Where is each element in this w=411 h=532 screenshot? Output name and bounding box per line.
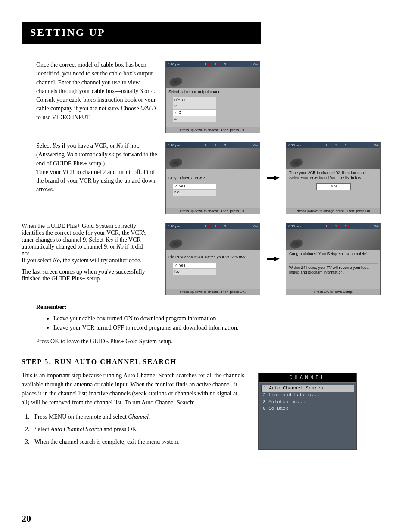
screen2b-footer: Press up/down to change brand. Then, pre… [286, 208, 380, 214]
screen2b-prompt: Tune your VCR to channel 02, then turn i… [289, 171, 378, 180]
tv-screen-congrats: 6:30 pm123G+ Congratulations! Your Setup… [286, 223, 381, 295]
section1-text: Once the correct model of cable box has … [36, 61, 165, 122]
screen3b-line1: Congratulations! Your Setup is now compl… [289, 252, 378, 257]
step5-list: Press MENU on the remote and select Chan… [31, 412, 246, 446]
section3-p3: The last screen comes up when you've suc… [22, 268, 150, 282]
s1-aux-after: to use VIDEO INPUT. [36, 114, 91, 121]
step5-item-3: When the channel search is complete, exi… [31, 437, 246, 446]
opt-2: 2 [173, 103, 216, 109]
step5-para: This is an important step because runnin… [22, 371, 246, 407]
remember-label: Remember: [36, 304, 389, 311]
tv-screen-vcr-brand: 6:30 pm123G+ Tune your VCR to channel 02… [286, 142, 381, 214]
step5-text: This is an important step because runnin… [22, 371, 246, 450]
opt-4: 4 [173, 116, 216, 122]
screen3a-footer: Press up/down to choose. Then, press OK. [166, 289, 260, 295]
page-number: 20 [22, 513, 31, 524]
tv-brand: G+ [253, 62, 258, 66]
channel-menu-item-go-back: 0 Go Back [263, 405, 352, 412]
arrow-right-icon [267, 257, 280, 261]
page-header: Setting Up [22, 22, 261, 44]
tv-video-thumb [166, 67, 260, 88]
tv-screen-output-channel: 6:30 pm 123 G+ Select cable box output c… [165, 61, 260, 133]
opt-yes2: Yes [173, 263, 216, 269]
section3-text: When the GUIDE Plus+ Gold System correct… [22, 223, 155, 282]
section2-p2: Tune your VCR to channel 2 and turn it o… [36, 168, 159, 194]
tv-screen-code-switch: 6:30 pm123G+ Did RCA code 01-01 switch y… [165, 223, 260, 295]
remember-item-2: Leave your VCR turned OFF to record prog… [53, 323, 389, 332]
remember-item-1: Leave your cable box turned ON to downlo… [53, 314, 389, 323]
screen3b-footer: Press OK to leave Setup. [286, 289, 380, 295]
step5-item-1: Press MENU on the remote and select Chan… [31, 412, 246, 421]
step5-item-2: Select Auto Channel Search and press OK. [31, 425, 246, 434]
page-title: Setting Up [30, 27, 252, 38]
brand-rca: RCA [316, 183, 351, 190]
step5-heading: Step 5: Run Auto Channel Search [22, 358, 389, 366]
opt-0aux: 0/AUX [173, 97, 216, 103]
screen1-footer: Press up/down to choose. Then, press OK. [166, 127, 260, 133]
screen3a-prompt: Did RCA code 01-01 switch your VCR to 09… [168, 255, 257, 260]
s1-para: Once the correct model of cable box has … [36, 62, 156, 112]
s1-aux: 0/AUX [140, 105, 157, 112]
section2-text: Select Yes if you have a VCR, or No if n… [36, 142, 165, 194]
channel-menu: CHANNEL 1 Auto Channel Search... 2 List … [258, 373, 357, 450]
screen2a-prompt: Do you have a VCR? [168, 176, 257, 181]
channel-menu-header: CHANNEL [259, 373, 356, 383]
arrow-right-icon [267, 176, 280, 180]
remember-list: Leave your cable box turned ON to downlo… [53, 314, 389, 332]
tv-screen-vcr-question: 6:30 pm123G+ Do you have a VCR? Yes No P… [165, 142, 260, 214]
opt-3-selected: 3 [173, 110, 216, 116]
screen1-prompt: Select cable box output channel: [168, 90, 257, 95]
screen3b-line2: Within 24 hours, your TV will receive yo… [289, 265, 378, 275]
screen2a-footer: Press up/down to choose. Then, press OK. [166, 208, 260, 214]
channel-menu-item-auto-search: 1 Auto Channel Search... [261, 385, 354, 392]
opt-no2: No [173, 269, 216, 275]
press-ok-text: Press OK to leave the GUIDE Plus+ Gold S… [36, 338, 389, 345]
channel-menu-item-list-labels: 2 List and Labels... [263, 392, 352, 398]
opt-yes: Yes [173, 184, 216, 190]
opt-no: No [173, 190, 216, 196]
channel-menu-item-autotuning: 3 Autotuning... [263, 399, 352, 405]
tv-time: 6:30 pm [168, 62, 180, 66]
